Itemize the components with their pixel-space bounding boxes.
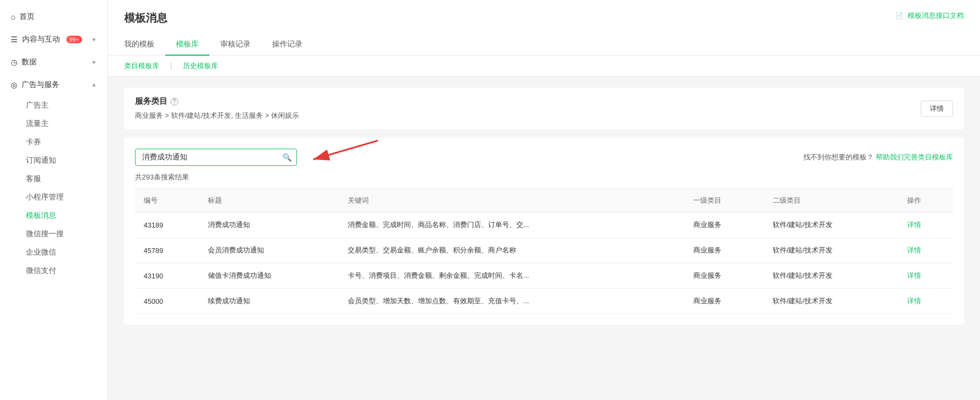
sidebar-item-wechat-search[interactable]: 微信搜一搜 bbox=[0, 225, 107, 243]
service-detail-button[interactable]: 详情 bbox=[921, 101, 953, 117]
sidebar-item-mini-program[interactable]: 小程序管理 bbox=[0, 188, 107, 206]
tab-operation-records[interactable]: 操作记录 bbox=[261, 34, 313, 56]
sidebar-item-enterprise-wechat[interactable]: 企业微信 bbox=[0, 243, 107, 262]
sidebar-item-advertiser[interactable]: 广告主 bbox=[0, 96, 107, 115]
sidebar: ⌂ 首页 ☰ 内容与互动 99+ ▼ ◷ 数据 ▼ ◎ 广告与服务 ▼ 广告主 … bbox=[0, 0, 108, 400]
cell-cat1: 商业服务 bbox=[685, 212, 763, 238]
search-input-wrap: 🔍 bbox=[135, 149, 297, 166]
table-row: 45789 会员消费成功通知 交易类型、交易金额、账户余额、积分余额、商户名称 … bbox=[135, 238, 953, 263]
cell-cat1: 商业服务 bbox=[685, 289, 763, 314]
table-row: 43190 储值卡消费成功通知 卡号、消费项目、消费金额、剩余金额、完成时间、卡… bbox=[135, 263, 953, 289]
detail-link[interactable]: 详情 bbox=[907, 221, 921, 229]
page-header: 模板消息 📄 模板消息接口文档 我的模板 模板库 审核记录 操作记录 bbox=[108, 0, 980, 56]
cell-cat2: 软件/建站/技术开发 bbox=[764, 289, 898, 314]
publisher-label: 流量主 bbox=[26, 119, 49, 128]
doc-icon: 📄 bbox=[895, 12, 903, 19]
main-tabs: 我的模板 模板库 审核记录 操作记录 bbox=[124, 34, 964, 55]
content-icon: ☰ bbox=[11, 35, 18, 44]
service-category-path: 商业服务 > 软件/建站/技术开发, 生活服务 > 休闲娱乐 bbox=[135, 111, 299, 121]
detail-link[interactable]: 详情 bbox=[907, 297, 921, 305]
sidebar-home-label: 首页 bbox=[19, 12, 97, 22]
search-area: 🔍 找不到你想要的模板？ 帮助我们完善类目模板库 共293条搜索结果 编号 标题… bbox=[124, 138, 964, 325]
search-icon[interactable]: 🔍 bbox=[282, 153, 292, 162]
sidebar-item-subscription[interactable]: 订阅通知 bbox=[0, 151, 107, 170]
sidebar-ad-label: 广告与服务 bbox=[22, 80, 59, 90]
cell-action: 详情 bbox=[898, 212, 953, 238]
cell-cat2: 软件/建站/技术开发 bbox=[764, 212, 898, 238]
sub-tabs: 类目模板库 | 历史模板库 bbox=[108, 56, 980, 77]
cell-title: 消费成功通知 bbox=[199, 212, 339, 238]
tab-template-library[interactable]: 模板库 bbox=[165, 34, 209, 56]
sidebar-item-ad-service[interactable]: ◎ 广告与服务 ▼ bbox=[0, 74, 107, 96]
sidebar-item-coupon[interactable]: 卡券 bbox=[0, 133, 107, 151]
sidebar-item-template-msg[interactable]: 模板消息 bbox=[0, 206, 107, 225]
service-category-title: 服务类目 ? bbox=[135, 96, 299, 106]
search-hint: 找不到你想要的模板？ 帮助我们完善类目模板库 bbox=[803, 152, 953, 162]
cell-action: 详情 bbox=[898, 238, 953, 263]
detail-link[interactable]: 详情 bbox=[907, 246, 921, 254]
sidebar-item-home[interactable]: ⌂ 首页 bbox=[0, 5, 107, 28]
cell-cat2: 软件/建站/技术开发 bbox=[764, 263, 898, 289]
sub-tab-history-library[interactable]: 历史模板库 bbox=[183, 61, 218, 71]
search-hint-text: 找不到你想要的模板？ bbox=[803, 153, 874, 161]
table-row: 45000 续费成功通知 会员类型、增加天数、增加点数、有效期至、充值卡号、..… bbox=[135, 289, 953, 314]
enterprise-wechat-label: 企业微信 bbox=[26, 248, 56, 256]
service-category-box: 服务类目 ? 商业服务 > 软件/建站/技术开发, 生活服务 > 休闲娱乐 详情 bbox=[124, 88, 964, 129]
service-category-title-text: 服务类目 bbox=[135, 96, 167, 106]
cell-keywords: 交易类型、交易金额、账户余额、积分余额、商户名称 bbox=[339, 238, 685, 263]
col-keywords: 关键词 bbox=[339, 189, 685, 212]
cell-id: 45789 bbox=[135, 238, 199, 263]
cell-id: 43190 bbox=[135, 263, 199, 289]
sidebar-item-customer-service[interactable]: 客服 bbox=[0, 170, 107, 188]
main-scroll-area: 服务类目 ? 商业服务 > 软件/建站/技术开发, 生活服务 > 休闲娱乐 详情… bbox=[108, 77, 980, 400]
subscription-label: 订阅通知 bbox=[26, 156, 56, 164]
main-content: 模板消息 📄 模板消息接口文档 我的模板 模板库 审核记录 操作记录 类目模板库… bbox=[108, 0, 980, 400]
cell-keywords: 卡号、消费项目、消费金额、剩余金额、完成时间、卡名... bbox=[339, 263, 685, 289]
search-hint-link[interactable]: 帮助我们完善类目模板库 bbox=[876, 153, 953, 161]
tab-audit-records[interactable]: 审核记录 bbox=[209, 34, 261, 56]
search-row: 🔍 找不到你想要的模板？ 帮助我们完善类目模板库 bbox=[135, 149, 953, 166]
page-title: 模板消息 bbox=[124, 11, 964, 25]
col-cat1: 一级类目 bbox=[685, 189, 763, 212]
doc-link[interactable]: 📄 模板消息接口文档 bbox=[895, 11, 964, 21]
cell-cat1: 商业服务 bbox=[685, 263, 763, 289]
home-icon: ⌂ bbox=[11, 12, 15, 21]
cell-title: 续费成功通知 bbox=[199, 289, 339, 314]
detail-link[interactable]: 详情 bbox=[907, 271, 921, 279]
results-table: 编号 标题 关键词 一级类目 二级类目 操作 43189 消费成功通知 消费金额… bbox=[135, 189, 953, 314]
cell-action: 详情 bbox=[898, 263, 953, 289]
result-count: 共293条搜索结果 bbox=[135, 172, 953, 182]
content-badge: 99+ bbox=[66, 36, 82, 43]
col-id: 编号 bbox=[135, 189, 199, 212]
search-input[interactable] bbox=[135, 149, 297, 166]
ad-icon: ◎ bbox=[11, 81, 17, 89]
wechat-search-label: 微信搜一搜 bbox=[26, 229, 64, 238]
doc-link-label: 模板消息接口文档 bbox=[908, 11, 964, 21]
sidebar-item-wechat-pay[interactable]: 微信支付 bbox=[0, 262, 107, 280]
cell-title: 会员消费成功通知 bbox=[199, 238, 339, 263]
question-mark-icon[interactable]: ? bbox=[171, 98, 178, 105]
col-action: 操作 bbox=[898, 189, 953, 212]
sidebar-item-publisher[interactable]: 流量主 bbox=[0, 115, 107, 133]
table-header-row: 编号 标题 关键词 一级类目 二级类目 操作 bbox=[135, 189, 953, 212]
sidebar-content-label: 内容与互动 bbox=[22, 35, 60, 44]
customer-service-label: 客服 bbox=[26, 174, 41, 183]
data-icon: ◷ bbox=[11, 58, 17, 66]
sub-tab-category-library[interactable]: 类目模板库 bbox=[124, 61, 159, 71]
col-title: 标题 bbox=[199, 189, 339, 212]
sidebar-item-content[interactable]: ☰ 内容与互动 99+ ▼ bbox=[0, 28, 107, 51]
cell-cat1: 商业服务 bbox=[685, 238, 763, 263]
tab-my-template[interactable]: 我的模板 bbox=[124, 34, 165, 56]
sub-tab-separator: | bbox=[170, 61, 172, 71]
mini-program-label: 小程序管理 bbox=[26, 192, 64, 201]
table-row: 43189 消费成功通知 消费金额、完成时间、商品名称、消费门店、订单号、交..… bbox=[135, 212, 953, 238]
sidebar-data-label: 数据 bbox=[22, 57, 37, 67]
template-msg-label: 模板消息 bbox=[26, 211, 56, 219]
chevron-down-icon: ▼ bbox=[91, 37, 97, 43]
cell-title: 储值卡消费成功通知 bbox=[199, 263, 339, 289]
service-category-left: 服务类目 ? 商业服务 > 软件/建站/技术开发, 生活服务 > 休闲娱乐 bbox=[135, 96, 299, 121]
cell-cat2: 软件/建站/技术开发 bbox=[764, 238, 898, 263]
category-path-text: 商业服务 > 软件/建站/技术开发, 生活服务 > 休闲娱乐 bbox=[135, 111, 299, 119]
sidebar-item-data[interactable]: ◷ 数据 ▼ bbox=[0, 51, 107, 74]
content-area: 服务类目 ? 商业服务 > 软件/建站/技术开发, 生活服务 > 休闲娱乐 详情… bbox=[108, 77, 980, 336]
